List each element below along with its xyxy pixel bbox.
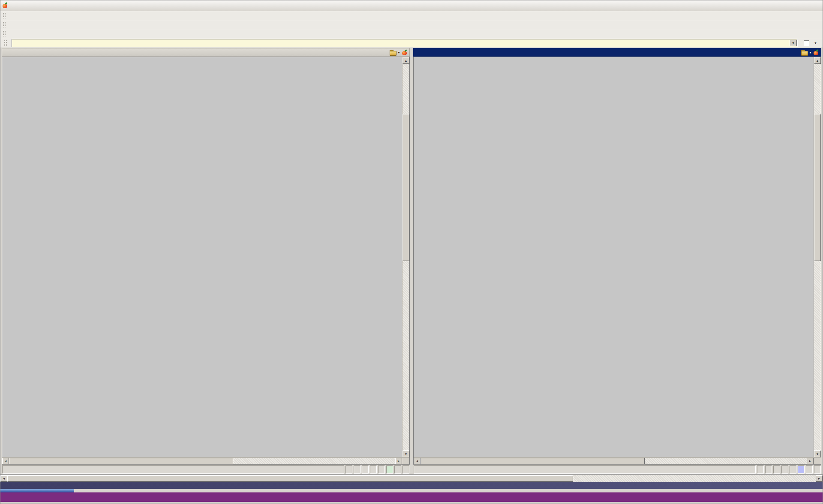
first-file-header[interactable]: ▼ — [2, 48, 410, 57]
toolbar-main-grip[interactable] — [3, 21, 6, 27]
second-vertical-scrollbar[interactable]: ▲ ▼ — [814, 57, 821, 457]
toolbar-edit — [0, 29, 823, 38]
first-vscroll-down-icon[interactable]: ▼ — [402, 450, 409, 457]
first-insert-mode[interactable] — [354, 465, 360, 474]
first-encoding — [402, 465, 409, 474]
second-file-header[interactable]: ▼ — [413, 48, 821, 57]
second-plugin-flag[interactable] — [790, 465, 796, 474]
first-file-app-icon[interactable] — [402, 50, 407, 55]
first-vertical-scrollbar[interactable]: ▲ ▼ — [402, 57, 409, 457]
first-horizontal-scrollbar[interactable]: ◄ ► — [2, 457, 409, 464]
bottom-diff-scrollbar[interactable]: ◄ ► — [0, 475, 823, 482]
second-file-statusbar — [413, 465, 821, 474]
first-plugin-flag[interactable] — [378, 465, 385, 474]
skip-checkbox[interactable] — [804, 40, 809, 46]
status-bar — [0, 492, 823, 502]
titlebar — [0, 0, 823, 11]
second-file-open-caret-icon[interactable]: ▼ — [809, 51, 812, 54]
bottom-diff-scroll-thumb[interactable] — [7, 475, 573, 482]
second-vscroll-up-icon[interactable]: ▲ — [814, 57, 821, 64]
first-age-badge — [386, 465, 393, 474]
first-hscroll-left-icon[interactable]: ◄ — [2, 458, 9, 464]
first-file-open-caret-icon[interactable]: ▼ — [397, 51, 400, 54]
first-vscroll-thumb[interactable] — [402, 114, 409, 261]
first-hscroll-thumb[interactable] — [9, 458, 233, 464]
first-file-size — [394, 465, 401, 474]
menubar — [0, 11, 823, 20]
second-hscroll-left-icon[interactable]: ◄ — [414, 458, 421, 464]
menubar-grip[interactable] — [3, 12, 6, 18]
second-hscroll-right-icon[interactable]: ► — [807, 458, 814, 464]
second-vscroll-thumb[interactable] — [814, 114, 821, 261]
second-age-badge — [798, 465, 805, 474]
second-encoding — [814, 465, 821, 474]
diff-navigator-bar: ▼ ▼ — [0, 38, 823, 48]
skip-checkbox-group: ▼ — [804, 40, 817, 46]
diff-selector-dropdown-icon[interactable]: ▼ — [790, 40, 797, 46]
compare-area: ▼ ▲ ▼ ◄ ► — [0, 48, 823, 474]
second-file-app-icon[interactable] — [814, 50, 819, 55]
file-pane-second: ▼ ▲ ▼ ◄ ► — [413, 48, 821, 474]
pane-splitter[interactable] — [410, 48, 413, 474]
diff-selector-combo[interactable]: ▼ — [12, 39, 798, 47]
bottom-diff-scroll-left-icon[interactable]: ◄ — [0, 475, 7, 482]
second-vscroll-down-icon[interactable]: ▼ — [814, 450, 821, 457]
first-hscroll-right-icon[interactable]: ► — [395, 458, 402, 464]
output-pane-strip — [0, 489, 823, 492]
second-horizontal-scrollbar[interactable]: ◄ ► — [414, 457, 821, 464]
first-file-open-icon[interactable] — [390, 50, 396, 55]
second-file-size — [806, 465, 813, 474]
examdiff-window: ▼ ▼ ▼ ▲ — [0, 0, 823, 504]
output-pane-caption[interactable] — [0, 482, 823, 489]
second-line-count — [757, 465, 764, 474]
second-file-open-icon[interactable] — [801, 50, 807, 55]
first-cursor-position — [2, 465, 344, 474]
window-bottom-edge — [0, 502, 823, 504]
first-edit-flag[interactable] — [370, 465, 377, 474]
bottom-diff-pane: ◄ ► — [0, 474, 823, 482]
second-hscroll-thumb[interactable] — [421, 458, 645, 464]
second-cursor-position — [414, 465, 756, 474]
second-insert-mode[interactable] — [765, 465, 772, 474]
editor-first-file[interactable] — [2, 57, 402, 457]
first-file-statusbar — [2, 465, 410, 474]
second-edit-flag[interactable] — [781, 465, 788, 474]
skip-caret-icon[interactable]: ▼ — [814, 42, 817, 45]
first-vscroll-up-icon[interactable]: ▲ — [402, 57, 409, 64]
file-pane-first: ▼ ▲ ▼ ◄ ► — [2, 48, 410, 474]
bottom-diff-scroll-right-icon[interactable]: ► — [816, 475, 823, 482]
first-readonly-flag[interactable] — [362, 465, 369, 474]
toolbar-main — [0, 20, 823, 29]
diffbar-grip[interactable] — [4, 40, 7, 46]
toolbar-edit-grip[interactable] — [3, 30, 6, 36]
app-icon — [3, 3, 8, 8]
first-line-count — [345, 465, 352, 474]
editor-second-file[interactable] — [414, 57, 814, 457]
output-pane-tab[interactable] — [0, 489, 74, 492]
second-readonly-flag[interactable] — [773, 465, 780, 474]
